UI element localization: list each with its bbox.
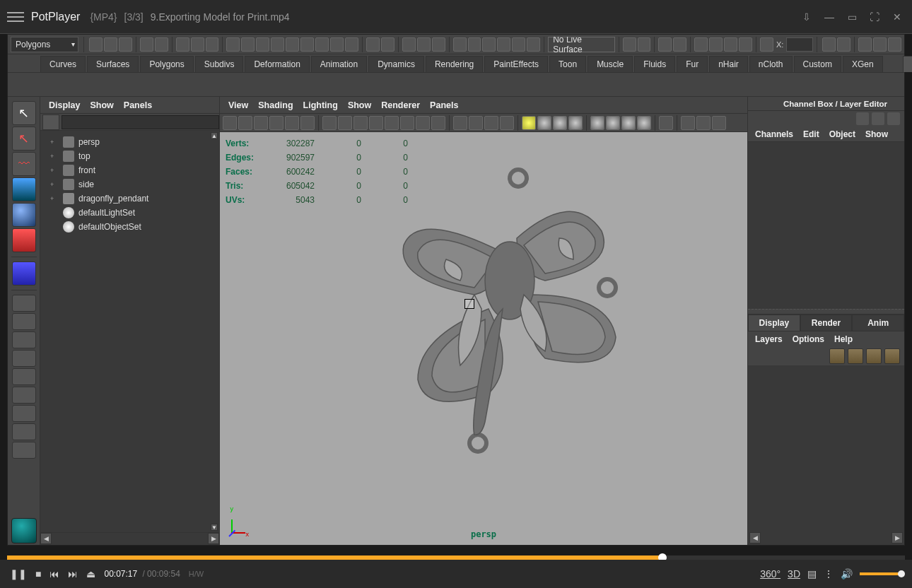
shelf-tab[interactable]: Toon xyxy=(549,56,586,72)
shelf-tab[interactable]: Animation xyxy=(311,56,367,72)
toolbar-icon[interactable] xyxy=(709,37,723,52)
outliner-item[interactable]: +front xyxy=(43,163,216,177)
vp-tb-icon[interactable] xyxy=(300,116,315,130)
shelf-tab[interactable]: XGen xyxy=(843,56,883,72)
outliner-item[interactable]: +dragonfly_pendant xyxy=(43,192,216,206)
shelf-tab[interactable]: Fluids xyxy=(634,56,675,72)
no-live-surface[interactable]: No Live Surface xyxy=(548,37,614,52)
close-icon[interactable]: ✕ xyxy=(889,9,905,25)
vp-tb-icon[interactable] xyxy=(696,116,711,130)
outliner-menu-display[interactable]: Display xyxy=(49,100,80,110)
layout-dope-icon[interactable] xyxy=(12,423,36,440)
shelf-tab-right[interactable]: Helen xyxy=(903,56,912,72)
shelf-tab[interactable]: Curves xyxy=(40,56,86,72)
snap-view-icon[interactable] xyxy=(300,37,314,52)
toolbar-icon[interactable] xyxy=(858,37,872,52)
toolbar-icon[interactable] xyxy=(724,37,737,52)
vp-tb-icon[interactable] xyxy=(285,116,299,130)
shelf-tab[interactable]: Dynamics xyxy=(368,56,424,72)
scroll-up-icon[interactable]: ▲ xyxy=(211,132,218,139)
shelf-tab[interactable]: Rendering xyxy=(426,56,483,72)
deg-button[interactable]: 360° xyxy=(760,568,781,580)
layout-custom-icon[interactable] xyxy=(12,442,36,459)
layer-menu-layers[interactable]: Layers xyxy=(755,334,783,344)
vp-tb-icon[interactable] xyxy=(681,116,695,130)
vp-light-icon[interactable] xyxy=(522,116,536,130)
toolbar-icon[interactable] xyxy=(453,37,467,52)
toolbar-icon[interactable] xyxy=(673,37,686,52)
vp-menu-lighting[interactable]: Lighting xyxy=(303,100,338,110)
scroll-right-icon[interactable]: ▶ xyxy=(208,533,219,544)
outliner-item[interactable]: +persp xyxy=(43,135,216,149)
layer-menu-help[interactable]: Help xyxy=(834,334,853,344)
toolbar-icon[interactable] xyxy=(381,37,394,52)
layer-icon[interactable] xyxy=(884,348,900,364)
toolbar-icon[interactable] xyxy=(739,37,752,52)
vp-light-icon[interactable] xyxy=(568,116,583,130)
outliner-item[interactable]: defaultLightSet xyxy=(43,206,216,220)
shelf-tab[interactable]: Subdivs xyxy=(195,56,244,72)
prev-icon[interactable]: ⏮ xyxy=(49,568,59,580)
vp-tb-icon[interactable] xyxy=(238,116,252,130)
cb-menu-object[interactable]: Object xyxy=(829,129,855,139)
toolbar-icon[interactable] xyxy=(658,37,672,52)
paint-tool-icon[interactable] xyxy=(12,152,36,176)
snap-surface-icon[interactable] xyxy=(286,37,299,52)
toolbar-icon[interactable] xyxy=(330,37,344,52)
shelf-tab[interactable]: Muscle xyxy=(587,56,633,72)
move-tool-icon[interactable] xyxy=(12,177,36,201)
eject-icon[interactable]: ⏏ xyxy=(86,568,95,580)
toolbar-icon[interactable] xyxy=(497,37,510,52)
cb-icon[interactable] xyxy=(856,112,869,125)
outliner-item[interactable]: +top xyxy=(43,149,216,163)
vp-shade-icon[interactable] xyxy=(621,116,636,130)
3d-button[interactable]: 3D xyxy=(788,568,800,580)
vp-tb-icon[interactable] xyxy=(659,116,673,130)
lasso-icon[interactable] xyxy=(191,37,204,52)
vp-tb-icon[interactable] xyxy=(353,116,368,130)
vp-tb-icon[interactable] xyxy=(416,116,430,130)
snap-point-icon[interactable] xyxy=(256,37,269,52)
redo-icon[interactable] xyxy=(155,37,168,52)
stop-icon[interactable]: ■ xyxy=(35,568,41,580)
undo-icon[interactable] xyxy=(140,37,153,52)
layer-tab-render[interactable]: Render xyxy=(800,314,853,331)
vp-tb-icon[interactable] xyxy=(269,116,283,130)
shelf-tab[interactable]: PaintEffects xyxy=(484,56,548,72)
toolbar-icon[interactable] xyxy=(512,37,525,52)
layout-hyper-icon[interactable] xyxy=(12,387,36,404)
vp-shade-icon[interactable] xyxy=(590,116,604,130)
shelf-tab[interactable]: Surfaces xyxy=(87,56,139,72)
vp-tb-icon[interactable] xyxy=(223,116,237,130)
vp-menu-show[interactable]: Show xyxy=(348,100,371,110)
layout-four-icon[interactable] xyxy=(12,313,36,330)
cb-menu-show[interactable]: Show xyxy=(865,129,888,139)
toolbar-icon[interactable] xyxy=(482,37,496,52)
rotate-tool-icon[interactable] xyxy=(12,203,36,227)
pause-icon[interactable]: ❚❚ xyxy=(10,568,27,580)
toolbar-icon[interactable] xyxy=(417,37,431,52)
toolbar-icon[interactable] xyxy=(760,37,773,52)
vp-menu-panels[interactable]: Panels xyxy=(430,100,458,110)
fullscreen-icon[interactable]: ⛶ xyxy=(867,9,882,25)
open-scene-icon[interactable] xyxy=(104,37,117,52)
save-scene-icon[interactable] xyxy=(119,37,132,52)
vp-tb-icon[interactable] xyxy=(400,116,414,130)
vp-tb-icon[interactable] xyxy=(385,116,399,130)
new-scene-icon[interactable] xyxy=(89,37,103,52)
cb-icon[interactable] xyxy=(872,112,884,125)
scroll-right-icon[interactable]: ▶ xyxy=(891,532,903,543)
shelf-tab[interactable]: nHair xyxy=(709,56,748,72)
toolbar-icon[interactable] xyxy=(888,37,901,52)
toolbar-icon[interactable] xyxy=(837,37,850,52)
layer-icon[interactable] xyxy=(848,348,863,364)
vp-shade-icon[interactable] xyxy=(637,116,651,130)
layout-outliner-icon[interactable] xyxy=(12,368,36,385)
volume-icon[interactable]: 🔊 xyxy=(841,568,853,580)
layer-menu-options[interactable]: Options xyxy=(793,334,824,344)
menu-icon[interactable] xyxy=(7,8,24,25)
vp-tb-icon[interactable] xyxy=(254,116,268,130)
toolbar-icon[interactable] xyxy=(527,37,540,52)
vp-menu-renderer[interactable]: Renderer xyxy=(381,100,420,110)
scroll-left-icon[interactable]: ◀ xyxy=(749,532,761,543)
